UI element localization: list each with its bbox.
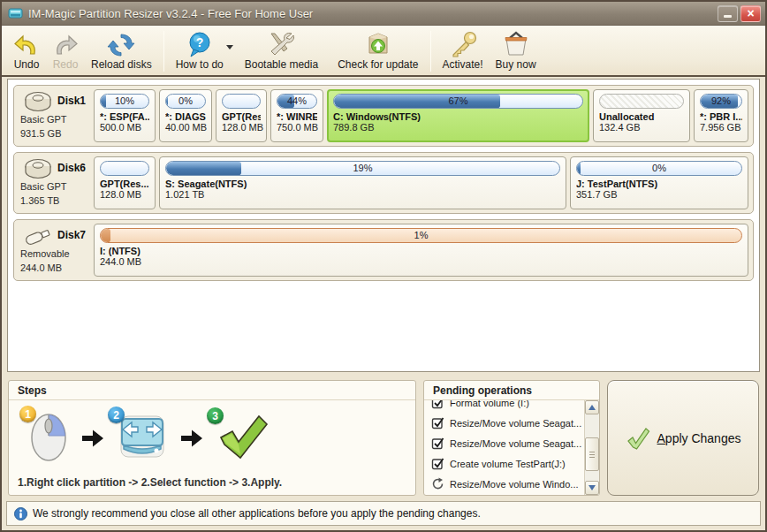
disk-kind: Removable — [20, 247, 89, 262]
disk7-info: Disk7 Removable 244.0 MB — [19, 224, 89, 277]
key-icon — [448, 31, 478, 57]
disk-capacity: 244.0 MB — [20, 262, 89, 276]
steps-caption: 1.Right click partition -> 2.Select func… — [9, 475, 415, 495]
pending-item-resize-seagate-2[interactable]: Resize/Move volume Seagat... — [431, 433, 584, 453]
pending-item-format-i[interactable]: Format volume (I:) — [431, 400, 584, 413]
step3-apply-check: 3 — [216, 413, 270, 464]
pending-item-resize-seagate-1[interactable]: Resize/Move volume Seagat... — [431, 413, 584, 433]
window-title: IM-Magic Partition Resizer v3.2.4 - Free… — [28, 7, 715, 20]
scrollbar-grip — [589, 452, 595, 459]
usb-drive-icon — [20, 224, 56, 247]
basket-icon — [502, 31, 530, 57]
app-window: IM-Magic Partition Resizer v3.2.4 - Free… — [0, 0, 767, 532]
refresh-pending-icon — [431, 477, 444, 490]
bottom-section: Steps 1 2 — [2, 372, 765, 501]
undo-icon — [13, 33, 40, 57]
apply-changes-label: Apply Changes — [657, 431, 741, 445]
step2-badge: 2 — [108, 407, 125, 423]
reload-icon — [107, 33, 135, 57]
apply-changes-button[interactable]: Apply Changes — [607, 380, 759, 496]
minimize-button[interactable] — [718, 5, 738, 22]
disk-map-panel: Disk1 Basic GPT 931.5 GB 10% *: ESP(FA..… — [7, 79, 760, 372]
disk-capacity: 931.5 GB — [20, 127, 89, 141]
partition-esp[interactable]: 10% *: ESP(FA... 500.0 MB — [94, 89, 156, 142]
partition-s-seagate[interactable]: 19% S: Seagate(NTFS) 1.021 TB — [159, 156, 566, 209]
checkbox-checked-icon — [431, 457, 444, 470]
pending-item-resize-windows[interactable]: Resize/Move volume Windo... — [431, 474, 584, 494]
steps-title: Steps — [9, 381, 415, 400]
disk-kind: Basic GPT — [20, 180, 89, 194]
disk6-info: Disk6 Basic GPT 1.365 TB — [19, 156, 89, 209]
scroll-up-button[interactable] — [585, 400, 599, 414]
disk6-partitions: GPT(Res... 128.0 MB 19% S: Seagate(NTFS)… — [94, 156, 748, 209]
disk1-partitions: 10% *: ESP(FA... 500.0 MB 0% *: DIAGS...… — [94, 89, 748, 142]
arrow-right-icon — [81, 428, 104, 449]
svg-text:?: ? — [195, 35, 203, 49]
disk7-partitions: 1% I: (NTFS) 244.0 MB — [94, 224, 748, 277]
buy-now-button[interactable]: Buy now — [490, 27, 543, 75]
apply-check-icon — [626, 426, 650, 451]
pending-list: Format volume (I:) Resize/Move volume Se… — [424, 400, 584, 495]
pending-item-create-testpart[interactable]: Create volume TestPart(J:) — [431, 453, 584, 474]
disk-name: Disk6 — [57, 161, 86, 176]
step2-resize-disk: 2 — [117, 412, 168, 465]
dropdown-caret-icon — [226, 45, 233, 49]
checkbox-checked-icon — [431, 437, 444, 450]
arrow-right-icon — [180, 428, 203, 449]
toolbar-separator — [430, 31, 431, 72]
tools-icon — [266, 31, 296, 57]
disk-icon — [20, 157, 56, 180]
pending-operations-panel: Pending operations Format volume (I:) — [423, 380, 600, 496]
minimize-icon — [724, 15, 732, 18]
partition-winre[interactable]: 44% *: WINRE... 750.0 MB — [270, 89, 323, 142]
undo-button[interactable]: Undo — [7, 27, 46, 75]
disk-row-disk7: Disk7 Removable 244.0 MB 1% I: (NTFS) 24… — [13, 219, 754, 281]
scroll-down-icon — [589, 485, 596, 490]
scrollbar-track[interactable] — [585, 414, 599, 481]
partition-j-testpart[interactable]: 0% J: TestPart(NTFS) 351.7 GB — [570, 156, 748, 209]
app-logo-icon — [8, 7, 23, 19]
redo-button[interactable]: Redo — [46, 27, 85, 75]
partition-gpt-reserved-2[interactable]: GPT(Res... 128.0 MB — [94, 156, 156, 209]
step3-badge: 3 — [207, 407, 224, 424]
close-button[interactable]: × — [740, 5, 761, 22]
toolbar: Undo Redo Reload disks ? How to do — [2, 26, 765, 77]
activate-button[interactable]: Activate! — [437, 27, 490, 75]
reload-disks-button[interactable]: Reload disks — [85, 27, 158, 75]
disk-name: Disk7 — [57, 228, 86, 243]
disk-row-disk6: Disk6 Basic GPT 1.365 TB GPT(Res... 128.… — [13, 152, 754, 214]
step1-mouse: 1 — [28, 411, 69, 466]
partition-i-ntfs[interactable]: 1% I: (NTFS) 244.0 MB — [94, 224, 748, 277]
partition-c-windows[interactable]: 67% C: Windows(NTFS) 789.8 GB — [327, 89, 589, 142]
step1-badge: 1 — [19, 406, 36, 422]
steps-panel: Steps 1 2 — [8, 380, 416, 496]
disk-kind: Basic GPT — [20, 113, 89, 127]
partition-unallocated[interactable]: Unallocated 132.4 GB — [593, 89, 690, 142]
how-to-do-button[interactable]: ? How to do — [170, 27, 230, 75]
disk-capacity: 1.365 TB — [20, 194, 89, 209]
big-check-icon — [216, 413, 270, 460]
check-for-update-button[interactable]: Check for update — [331, 27, 424, 75]
partition-pbr[interactable]: 92% *: PBR I... 7.956 GB — [694, 89, 748, 142]
pending-scrollbar[interactable] — [584, 400, 599, 495]
partition-diags[interactable]: 0% *: DIAGS... 40.00 MB — [159, 89, 212, 142]
pending-title: Pending operations — [424, 381, 599, 400]
status-message: We strongly recommend you close all othe… — [33, 507, 481, 520]
disk-name: Disk1 — [57, 94, 86, 109]
scroll-down-button[interactable] — [585, 481, 599, 495]
disk-icon — [20, 90, 56, 113]
scroll-up-icon — [589, 405, 596, 410]
steps-illustration: 1 2 — [9, 400, 415, 475]
toolbar-separator — [163, 31, 164, 72]
checkbox-checked-icon — [431, 400, 444, 409]
bootable-media-button[interactable]: Bootable media — [239, 27, 324, 75]
title-bar: IM-Magic Partition Resizer v3.2.4 - Free… — [2, 2, 765, 26]
partition-gpt-reserved[interactable]: GPT(Res... 128.0 MB — [216, 89, 267, 142]
info-icon — [14, 507, 27, 521]
redo-icon — [52, 33, 79, 57]
checkbox-checked-icon — [431, 416, 444, 429]
help-bubble-icon: ? — [186, 31, 214, 57]
status-bar: We strongly recommend you close all othe… — [6, 501, 761, 526]
update-box-icon — [364, 31, 392, 57]
scrollbar-thumb[interactable] — [585, 437, 599, 471]
